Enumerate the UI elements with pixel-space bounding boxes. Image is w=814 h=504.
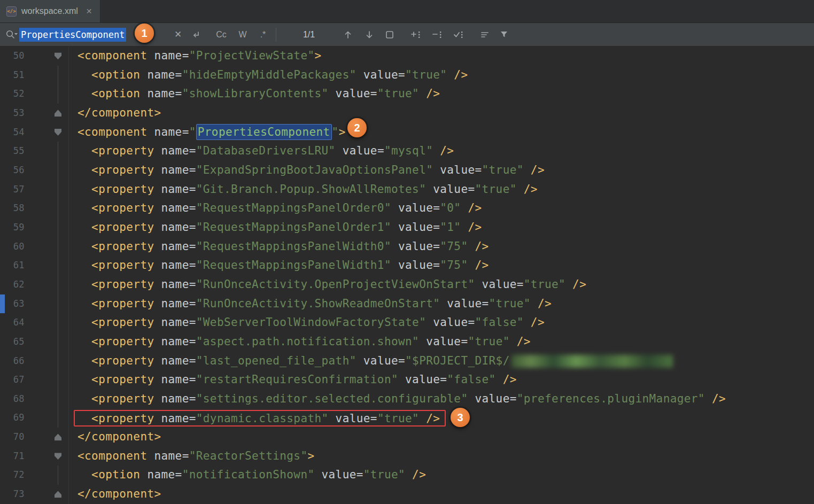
code-line-69[interactable]: 69 <property name="dynamic.classpath" va… <box>0 408 814 428</box>
line-number[interactable]: 70 <box>0 428 25 447</box>
code-token: value= <box>329 87 377 100</box>
search-input[interactable]: PropertiesComponent <box>19 23 126 46</box>
code-text: <property name="dynamic.classpath" value… <box>77 408 446 428</box>
fold-marker[interactable] <box>25 123 77 142</box>
sort-lines-icon[interactable] <box>477 23 493 46</box>
clear-search-icon[interactable]: ✕ <box>171 23 185 46</box>
line-number[interactable]: 50 <box>0 46 25 66</box>
code-text: <property name="ExpandSpringBootJavaOpti… <box>77 161 545 180</box>
line-number[interactable]: 65 <box>0 332 25 352</box>
code-text: <property name="aspect.path.notification… <box>77 332 531 352</box>
code-token: <property <box>77 278 154 291</box>
line-number[interactable]: 54 <box>0 123 25 142</box>
fold-marker[interactable] <box>25 46 77 66</box>
code-token: <property <box>77 373 154 386</box>
code-token: value= <box>440 297 489 310</box>
filter-icon[interactable] <box>496 23 512 46</box>
code-token: <component <box>77 449 147 462</box>
previous-occurrence-icon[interactable] <box>340 23 356 46</box>
code-line-53[interactable]: 53</component> <box>0 104 814 123</box>
fold-marker[interactable] <box>25 104 77 123</box>
line-number[interactable]: 62 <box>0 275 25 294</box>
code-token: name= <box>154 392 196 405</box>
line-number[interactable]: 60 <box>0 237 25 257</box>
code-line-62[interactable]: 62 <property name="RunOnceActivity.OpenP… <box>0 275 814 294</box>
fold-marker[interactable] <box>25 485 77 504</box>
whole-words-toggle[interactable]: W <box>235 23 250 46</box>
code-token: "mysql" <box>384 144 433 157</box>
code-line-57[interactable]: 57 <property name="Git.Branch.Popup.Show… <box>0 180 814 199</box>
line-number[interactable]: 55 <box>0 142 25 161</box>
code-line-56[interactable]: 56 <property name="ExpandSpringBootJavaO… <box>0 161 814 180</box>
line-number[interactable]: 51 <box>0 66 25 85</box>
code-line-60[interactable]: 60 <property name="RequestMappingsPanelW… <box>0 237 814 257</box>
line-number[interactable]: 72 <box>0 466 25 485</box>
next-occurrence-icon[interactable] <box>361 23 377 46</box>
code-line-71[interactable]: 71<component name="ReactorSettings"> <box>0 447 814 466</box>
line-number[interactable]: 69 <box>0 408 25 428</box>
code-line-61[interactable]: 61 <property name="RequestMappingsPanelW… <box>0 256 814 275</box>
fold-gutter <box>25 408 77 428</box>
code-line-54[interactable]: 54<component name="PropertiesComponent"> <box>0 123 814 142</box>
code-line-72[interactable]: 72 <option name="notificationShown" valu… <box>0 466 814 485</box>
code-line-73[interactable]: 73</component> <box>0 485 814 504</box>
code-token: value= <box>356 354 405 367</box>
line-number[interactable]: 57 <box>0 180 25 199</box>
line-number[interactable]: 64 <box>0 313 25 332</box>
remove-selection-icon[interactable] <box>429 23 446 46</box>
line-number[interactable]: 59 <box>0 218 25 237</box>
line-number[interactable]: 67 <box>0 370 25 390</box>
line-number[interactable]: 52 <box>0 84 25 104</box>
line-number[interactable]: 56 <box>0 161 25 180</box>
code-token: /> <box>447 68 468 81</box>
line-number[interactable]: 53 <box>0 104 25 123</box>
code-text: <option name="hideEmptyMiddlePackages" v… <box>77 66 468 85</box>
tab-close-icon[interactable]: ✕ <box>86 7 92 15</box>
code-token: name= <box>147 449 189 462</box>
line-number[interactable]: 73 <box>0 485 25 504</box>
fold-marker[interactable] <box>25 447 77 466</box>
add-selection-icon[interactable] <box>407 23 424 46</box>
line-number[interactable]: 68 <box>0 390 25 409</box>
code-token: name= <box>154 354 196 367</box>
code-line-70[interactable]: 70</component> <box>0 428 814 447</box>
code-token: /> <box>405 468 426 481</box>
code-line-66[interactable]: 66 <property name="last_opened_file_path… <box>0 352 814 371</box>
code-line-55[interactable]: 55 <property name="DatabaseDriversLRU" v… <box>0 142 814 161</box>
search-icon[interactable] <box>4 23 19 46</box>
code-token: "75" <box>440 240 468 253</box>
code-token: value= <box>426 183 475 196</box>
tab-workspace-xml[interactable]: </> workspace.xml ✕ <box>0 0 100 22</box>
fold-marker[interactable] <box>25 428 77 447</box>
match-case-toggle[interactable]: Cc <box>213 23 230 46</box>
newline-icon[interactable] <box>188 23 203 46</box>
line-number[interactable]: 58 <box>0 199 25 218</box>
code-token: /> <box>531 297 552 310</box>
tab-title: workspace.xml <box>21 6 78 16</box>
open-in-find-window-icon[interactable] <box>382 23 398 46</box>
code-line-64[interactable]: 64 <property name="WebServerToolWindowFa… <box>0 313 814 332</box>
code-line-59[interactable]: 59 <property name="RequestMappingsPanelO… <box>0 218 814 237</box>
select-all-occurrences-icon[interactable] <box>450 23 467 46</box>
code-token: <property <box>77 259 154 272</box>
regex-toggle[interactable]: .* <box>255 23 271 46</box>
code-line-67[interactable]: 67 <property name="restartRequiresConfir… <box>0 370 814 390</box>
code-line-52[interactable]: 52 <option name="showLibraryContents" va… <box>0 84 814 104</box>
code-token: /> <box>705 392 726 405</box>
code-token: value= <box>391 240 440 253</box>
code-token: "WebServerToolWindowFactoryState" <box>196 316 426 329</box>
code-line-63[interactable]: 63 <property name="RunOnceActivity.ShowR… <box>0 294 814 314</box>
code-editor[interactable]: 50<component name="ProjectViewState">51 … <box>0 46 814 504</box>
fold-gutter <box>25 352 77 371</box>
line-number[interactable]: 66 <box>0 352 25 371</box>
code-token: "RequestMappingsPanelWidth0" <box>196 240 391 253</box>
code-line-65[interactable]: 65 <property name="aspect.path.notificat… <box>0 332 814 352</box>
line-number[interactable]: 71 <box>0 447 25 466</box>
code-token: "RunOnceActivity.OpenProjectViewOnStart" <box>196 278 475 291</box>
code-line-51[interactable]: 51 <option name="hideEmptyMiddlePackages… <box>0 66 814 85</box>
code-token: name= <box>154 221 196 234</box>
code-line-68[interactable]: 68 <property name="settings.editor.selec… <box>0 390 814 409</box>
code-line-58[interactable]: 58 <property name="RequestMappingsPanelO… <box>0 199 814 218</box>
code-line-50[interactable]: 50<component name="ProjectViewState"> <box>0 46 814 66</box>
line-number[interactable]: 61 <box>0 256 25 275</box>
